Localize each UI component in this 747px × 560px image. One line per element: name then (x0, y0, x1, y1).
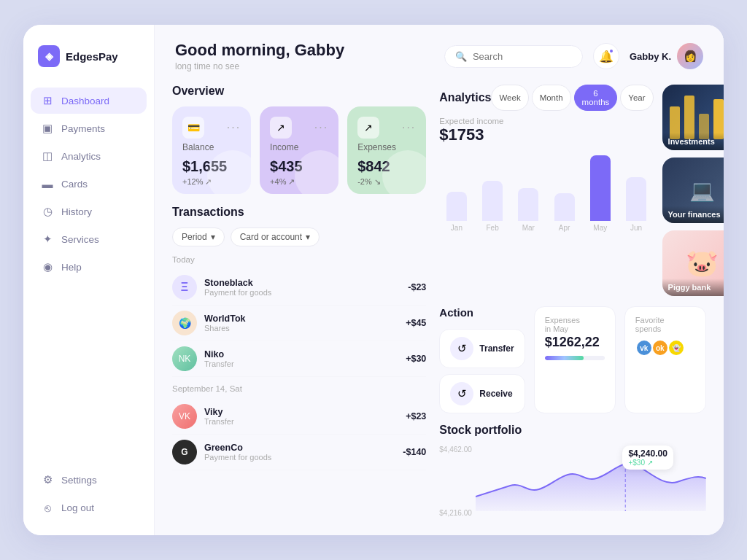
chart-bar-group: Feb (479, 181, 507, 232)
greenco-sub: Payment for goods (204, 453, 395, 462)
card-account-filter-label: Card or account (240, 232, 302, 242)
header-left: Good morning, Gabby long time no see (175, 41, 344, 71)
month-filter-btn[interactable]: Month (532, 85, 571, 111)
user-info[interactable]: Gabby K. 👩 (630, 43, 703, 69)
sidebar-item-analytics[interactable]: ◫ Analytics (31, 143, 147, 169)
expenses-icon: ↗ (357, 117, 379, 139)
piggy-overlay: Piggy bank (662, 279, 724, 296)
sidebar-item-cards[interactable]: ▬ Cards (31, 171, 147, 197)
app-container: ◈ EdgesPay ⊞ Dashboard ▣ Payments ◫ Anal… (23, 25, 724, 535)
expenses-progress-fill (545, 356, 584, 360)
chart-bar (626, 177, 646, 221)
right-panel-cards: Investments 💻 Your finances (662, 85, 724, 296)
sidebar-item-label: Analytics (61, 151, 101, 162)
help-icon: ◉ (41, 260, 54, 273)
chart-bar-label: Jun (630, 224, 642, 232)
piggy-bank-card[interactable]: 🐷 Piggy bank (662, 230, 724, 296)
investments-overlay: Investments (662, 133, 724, 150)
stoneblack-avatar: Ξ (172, 275, 197, 300)
transfer-icon: ↺ (450, 337, 473, 360)
greenco-info: GreenCo Payment for goods (204, 443, 395, 462)
action-buttons: Action ↺ Transfer ↺ Receive (439, 306, 525, 413)
6months-filter-btn[interactable]: 6 months (574, 85, 618, 111)
sidebar-item-dashboard[interactable]: ⊞ Dashboard (31, 88, 147, 114)
table-row: VK Viky Transfer +$23 (172, 399, 426, 435)
chart-bar-label: May (593, 224, 607, 232)
viky-info: Viky Transfer (204, 407, 398, 426)
finances-overlay: Your finances (662, 206, 724, 223)
expenses-card-menu[interactable]: ··· (402, 121, 416, 134)
action-section-title: Action (439, 306, 525, 319)
income-card-menu[interactable]: ··· (314, 121, 328, 134)
worldtok-info: WorldTok Shares (204, 314, 398, 332)
fav-icon-snap: 👻 (667, 339, 685, 357)
analytics-header: Analytics Week Month 6 months Year (439, 85, 653, 111)
search-box[interactable]: 🔍 (444, 45, 583, 68)
your-finances-card[interactable]: 💻 Your finances (662, 158, 724, 223)
chart-bar-label: Mar (522, 224, 535, 232)
sidebar-nav: ⊞ Dashboard ▣ Payments ◫ Analytics ▬ Car… (23, 88, 154, 459)
sidebar-item-label: Cards (61, 179, 88, 190)
chart-bar-group: Jun (622, 177, 650, 232)
finances-label: Your finances (668, 210, 724, 219)
search-input[interactable] (473, 51, 572, 62)
chart-bar (554, 193, 575, 221)
receive-icon: ↺ (450, 382, 473, 405)
niko-sub: Transfer (204, 359, 398, 368)
sidebar: ◈ EdgesPay ⊞ Dashboard ▣ Payments ◫ Anal… (23, 25, 155, 535)
receive-button[interactable]: ↺ Receive (439, 374, 525, 413)
income-icon: ↗ (270, 117, 292, 139)
card-account-filter[interactable]: Card or account ▾ (231, 228, 320, 246)
overview-cards: 💳 ··· Balance $1,655 +12% ↗ ↗ ··· (172, 106, 426, 194)
viky-sub: Transfer (204, 417, 398, 426)
sidebar-bottom: ⚙ Settings ⎋ Log out (23, 459, 154, 521)
worldtok-amount: +$45 (406, 318, 426, 328)
stoneblack-info: Stoneblack Payment for goods (204, 278, 400, 297)
income-card-header: ↗ ··· (270, 117, 328, 139)
sidebar-item-settings[interactable]: ⚙ Settings (31, 467, 147, 493)
overview-section: Overview 💳 ··· Balance $1,655 +12% ↗ (172, 85, 426, 194)
sidebar-item-services[interactable]: ✦ Services (31, 226, 147, 252)
subtitle-text: long time no see (175, 61, 344, 71)
notification-button[interactable]: 🔔 (593, 43, 619, 69)
investments-card[interactable]: Investments (662, 85, 724, 150)
period-chevron-icon: ▾ (211, 232, 215, 242)
logo-text: EdgesPay (66, 50, 118, 63)
balance-card-menu[interactable]: ··· (227, 121, 241, 134)
logo-icon: ◈ (38, 45, 60, 67)
chart-bar-group: Apr (550, 193, 578, 232)
table-row: 🌍 WorldTok Shares +$45 (172, 306, 426, 341)
favorite-spends-label: Favorite spends (635, 316, 695, 333)
favorite-spends-card: Favorite spends vk ok 👻 (624, 306, 706, 413)
expenses-may-card: Expensesin May $1262,22 (534, 306, 616, 413)
week-filter-btn[interactable]: Week (491, 85, 528, 111)
logo: ◈ EdgesPay (23, 45, 154, 88)
fav-icon-ok: ok (651, 339, 669, 357)
right-column: Analytics Week Month 6 months Year Expec… (439, 85, 706, 524)
chart-bar (482, 181, 503, 221)
greenco-avatar: G (172, 440, 197, 464)
transfer-button[interactable]: ↺ Transfer (439, 329, 525, 368)
niko-amount: +$30 (406, 354, 426, 364)
worldtok-sub: Shares (204, 324, 398, 332)
card-account-chevron-icon: ▾ (306, 232, 310, 242)
expected-income-amount: $1753 (439, 125, 653, 144)
analytics-title: Analytics (439, 91, 491, 104)
expenses-progress-bar (545, 356, 605, 360)
period-filter[interactable]: Period ▾ (172, 228, 225, 246)
sidebar-item-payments[interactable]: ▣ Payments (31, 115, 147, 141)
sidebar-item-help[interactable]: ◉ Help (31, 254, 147, 280)
sidebar-item-logout[interactable]: ⎋ Log out (31, 494, 147, 521)
balance-card-header: 💳 ··· (182, 117, 241, 139)
sidebar-item-label: Dashboard (61, 96, 109, 106)
worldtok-name: WorldTok (204, 314, 398, 324)
notification-dot (608, 48, 614, 54)
year-filter-btn[interactable]: Year (620, 85, 653, 111)
sidebar-item-label: Log out (61, 502, 94, 513)
viky-amount: +$23 (406, 411, 426, 421)
sidebar-item-history[interactable]: ◷ History (31, 198, 147, 225)
payments-icon: ▣ (41, 122, 54, 135)
fav-icons-row: vk ok 👻 (635, 339, 695, 357)
settings-icon: ⚙ (41, 473, 54, 486)
expenses-card: ↗ ··· Expenses $842 -2% ↘ (347, 106, 426, 194)
